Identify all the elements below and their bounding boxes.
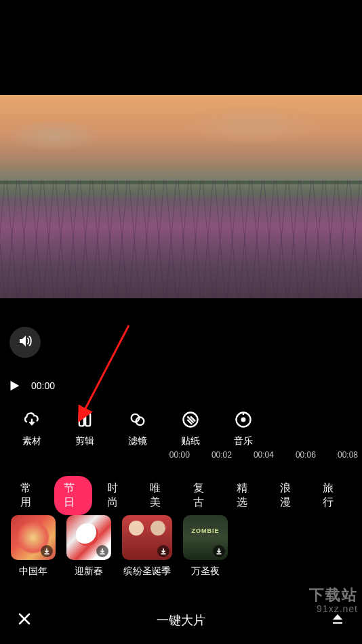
- tool-edit[interactable]: 剪辑: [58, 405, 111, 447]
- template-label: 万圣夜: [191, 565, 220, 578]
- download-icon: [157, 545, 169, 557]
- download-icon: [41, 545, 53, 557]
- current-time-label: 00:00: [31, 380, 55, 391]
- tool-sticker[interactable]: 贴纸: [164, 405, 217, 447]
- template-thumbnail: [66, 515, 111, 560]
- timeline-mark: 00:04: [254, 450, 274, 460]
- download-icon: [96, 545, 108, 557]
- tab-fashion[interactable]: 时尚: [98, 476, 136, 515]
- tab-beauty[interactable]: 唯美: [140, 476, 178, 515]
- timeline-mark: 00:06: [296, 450, 316, 460]
- tool-filter[interactable]: 滤镜: [111, 405, 164, 447]
- template-category-tabs: 常用 节日 时尚 唯美 复古 精选 浪漫 旅行: [0, 476, 362, 515]
- video-preview[interactable]: [0, 95, 362, 298]
- speaker-icon: [17, 333, 33, 352]
- tool-material[interactable]: 素材: [5, 405, 58, 447]
- template-thumbnail: [183, 515, 228, 560]
- tab-holiday[interactable]: 节日: [54, 476, 92, 515]
- tool-label: 素材: [22, 435, 41, 447]
- tab-featured[interactable]: 精选: [227, 476, 265, 515]
- template-item[interactable]: 缤纷圣诞季: [122, 515, 172, 578]
- timeline-mark: 00:08: [338, 450, 358, 460]
- template-label: 缤纷圣诞季: [123, 565, 171, 578]
- timeline-mark: 00:02: [212, 450, 232, 460]
- template-thumbnail: [11, 515, 56, 560]
- tool-label: 贴纸: [181, 435, 200, 447]
- site-watermark: 下载站 91xz.net: [309, 587, 358, 614]
- tool-label: 滤镜: [128, 435, 147, 447]
- tab-travel[interactable]: 旅行: [313, 476, 351, 515]
- template-item[interactable]: 中国年: [11, 515, 56, 578]
- filter-circles-icon: [127, 409, 148, 430]
- template-item[interactable]: 迎新春: [66, 515, 111, 578]
- tool-label: 音乐: [234, 435, 253, 447]
- template-item[interactable]: 万圣夜: [183, 515, 228, 578]
- close-button[interactable]: [16, 611, 33, 630]
- tab-common[interactable]: 常用: [11, 476, 49, 515]
- template-label: 迎新春: [75, 565, 103, 578]
- tab-romance[interactable]: 浪漫: [270, 476, 308, 515]
- svg-rect-1: [85, 414, 90, 426]
- watermark-line: 下载站: [309, 587, 358, 603]
- svg-rect-0: [79, 414, 84, 426]
- template-thumbnail: [122, 515, 172, 560]
- svg-point-6: [242, 418, 245, 422]
- bottom-bar: 一键大片: [0, 597, 362, 644]
- clip-edit-icon: [75, 409, 95, 430]
- template-list: 中国年 迎新春 缤纷圣诞季 万圣夜: [11, 515, 228, 578]
- tab-retro[interactable]: 复古: [184, 476, 222, 515]
- tool-music[interactable]: 音乐: [217, 405, 270, 447]
- music-disc-icon: [233, 409, 254, 430]
- cloud-download-icon: [22, 409, 42, 430]
- play-button[interactable]: [7, 378, 22, 393]
- template-label: 中国年: [19, 565, 47, 578]
- editor-toolbar: 素材 剪辑 滤镜 贴纸: [0, 405, 362, 447]
- timeline-ruler[interactable]: 00:00 00:02 00:04 00:06 00:08: [169, 450, 358, 460]
- sticker-icon: [180, 409, 201, 430]
- watermark-line: 91xz.net: [309, 604, 358, 614]
- panel-title: 一键大片: [157, 612, 205, 628]
- timeline-mark: 00:00: [169, 450, 190, 460]
- tool-label: 剪辑: [75, 435, 94, 447]
- sound-toggle-button[interactable]: [9, 327, 41, 358]
- download-icon: [213, 545, 225, 557]
